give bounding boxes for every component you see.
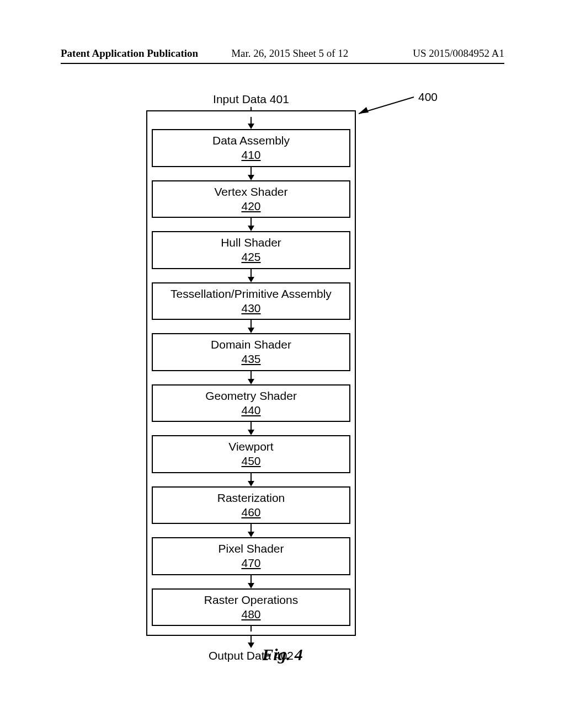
reference-callout: 400: [359, 89, 458, 117]
stage-title: Tessellation/Primitive Assembly: [155, 287, 347, 301]
arrow-down-icon: [246, 473, 257, 486]
stage-number: 410: [155, 148, 347, 162]
stage-number: 425: [155, 250, 347, 264]
stage-number: 440: [155, 403, 347, 417]
arrow-down-icon: [246, 167, 257, 180]
svg-marker-20: [248, 532, 254, 537]
stage-number: 460: [155, 505, 347, 520]
pipeline-diagram: Input Data 401 Data Assembly 410 Vertex …: [146, 88, 356, 662]
stage-title: Domain Shader: [155, 338, 347, 352]
header-mid: Mar. 26, 2015 Sheet 5 of 12: [231, 47, 348, 60]
input-data-label: Input Data 401: [146, 93, 356, 106]
svg-marker-12: [248, 328, 254, 333]
stage-domain-shader: Domain Shader 435: [152, 333, 350, 371]
svg-marker-22: [248, 583, 254, 588]
svg-marker-8: [248, 226, 254, 231]
stage-vertex-shader: Vertex Shader 420: [152, 180, 350, 218]
stage-geometry-shader: Geometry Shader 440: [152, 384, 350, 422]
stage-raster-operations: Raster Operations 480: [152, 588, 350, 627]
svg-marker-18: [248, 481, 254, 486]
stage-title: Rasterization: [155, 491, 347, 505]
stage-number: 435: [155, 352, 347, 366]
stage-title: Vertex Shader: [155, 185, 347, 199]
arrow-down-icon: [246, 218, 257, 231]
arrow-down-icon: [246, 626, 257, 631]
arrow-down-icon: [246, 575, 257, 588]
svg-marker-14: [248, 379, 254, 384]
stage-title: Data Assembly: [155, 133, 347, 148]
stage-title: Viewport: [155, 440, 347, 454]
svg-marker-1: [359, 107, 369, 114]
stage-viewport: Viewport 450: [152, 435, 350, 473]
page-header: Patent Application Publication Mar. 26, …: [61, 47, 504, 64]
arrow-down-icon: [246, 320, 257, 333]
header-left: Patent Application Publication: [61, 47, 198, 60]
arrow-down-icon: [246, 117, 257, 129]
svg-marker-6: [248, 175, 254, 180]
svg-marker-4: [248, 124, 254, 129]
stage-tessellation: Tessellation/Primitive Assembly 430: [152, 282, 350, 320]
stage-rasterization: Rasterization 460: [152, 486, 350, 524]
arrow-down-icon: [246, 371, 257, 384]
stage-title: Pixel Shader: [155, 542, 347, 556]
svg-marker-10: [248, 277, 254, 282]
header-right: US 2015/0084952 A1: [413, 47, 504, 60]
stage-pixel-shader: Pixel Shader 470: [152, 537, 350, 575]
stage-number: 450: [155, 454, 347, 468]
arrow-down-icon: [246, 422, 257, 435]
stage-number: 480: [155, 607, 347, 622]
stage-title: Geometry Shader: [155, 389, 347, 403]
stage-number: 420: [155, 199, 347, 213]
stage-number: 470: [155, 556, 347, 570]
figure-caption: Fig. 4: [0, 645, 565, 664]
stage-number: 430: [155, 301, 347, 315]
stage-hull-shader: Hull Shader 425: [152, 231, 350, 269]
pipeline-frame: Data Assembly 410 Vertex Shader 420 Hull…: [146, 110, 356, 636]
svg-marker-16: [248, 430, 254, 435]
stage-data-assembly: Data Assembly 410: [152, 129, 350, 167]
arrow-down-icon: [246, 524, 257, 537]
arrow-down-icon: [246, 269, 257, 282]
reference-label: 400: [418, 90, 438, 104]
stage-title: Raster Operations: [155, 593, 347, 607]
stage-title: Hull Shader: [155, 235, 347, 250]
